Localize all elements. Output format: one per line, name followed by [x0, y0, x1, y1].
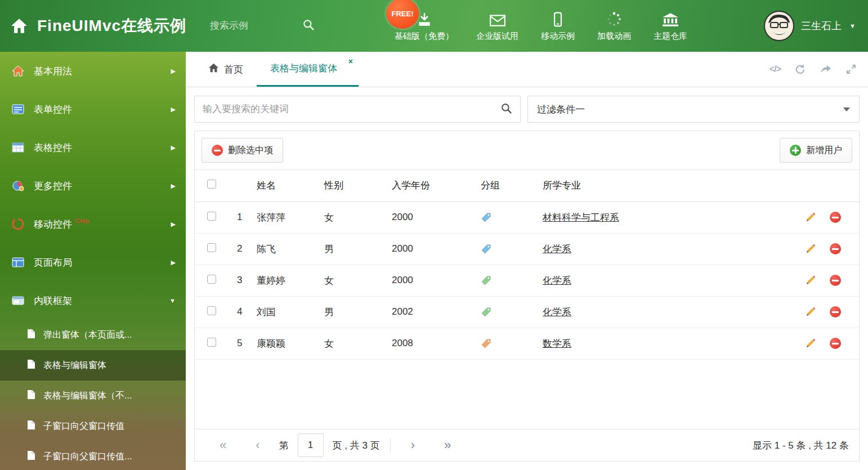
sidebar-item-iframe[interactable]: 内联框架 ▼ — [0, 281, 186, 320]
search-icon[interactable] — [302, 19, 315, 33]
row-checkbox[interactable] — [207, 275, 216, 284]
page-number-input[interactable] — [298, 433, 324, 457]
sidebar-item-label: 更多控件 — [34, 180, 72, 193]
row-checkbox[interactable] — [207, 338, 216, 347]
sidebar-subitem-child-to-parent[interactable]: 子窗口向父窗口传值 — [0, 411, 186, 441]
delete-selected-label: 删除选中项 — [228, 145, 273, 156]
edit-pencil-icon[interactable] — [805, 275, 816, 286]
delete-row-icon[interactable] — [830, 275, 841, 286]
page-icon — [27, 359, 35, 371]
top-nav-item-enterprise-trial[interactable]: 企业版试用 — [476, 10, 518, 42]
chevron-down-icon — [843, 108, 850, 111]
app-window: FineUIMvc在线示例 FREE! 基础版（免费） 企业版试用 — [0, 0, 868, 470]
select-all-checkbox[interactable] — [207, 180, 216, 189]
major-link[interactable]: 化学系 — [543, 275, 571, 286]
page-icon — [27, 390, 35, 402]
major-link[interactable]: 化学系 — [543, 307, 571, 317]
major-link[interactable]: 材料科学与工程系 — [543, 212, 619, 223]
col-header-actions — [797, 170, 859, 202]
major-link[interactable]: 数学系 — [543, 338, 571, 349]
top-nav-item-theme-repo[interactable]: 主题仓库 — [654, 10, 687, 42]
sidebar-item-form-controls[interactable]: 表单控件 ▶ — [0, 90, 186, 128]
search-icon[interactable] — [500, 102, 512, 117]
row-checkbox[interactable] — [207, 306, 216, 315]
cell-name: 陈飞 — [249, 233, 316, 265]
sidebar-subitem-grid-edit-window[interactable]: 表格与编辑窗体 — [0, 350, 186, 381]
tab-home[interactable]: 首页 — [195, 52, 257, 87]
top-nav-label: 移动示例 — [541, 31, 575, 42]
col-header-year: 入学年份 — [384, 170, 473, 202]
sidebar-subitem-popup-window[interactable]: 弹出窗体（本页面或... — [0, 320, 186, 350]
sidebar-item-label: 基本用法 — [34, 65, 72, 78]
avatar — [764, 11, 794, 41]
layout-icon — [11, 256, 25, 269]
filter-dropdown[interactable]: 过滤条件一 — [527, 96, 860, 123]
edit-pencil-icon[interactable] — [805, 243, 816, 254]
share-forward-icon[interactable] — [820, 64, 832, 75]
plus-circle-icon — [790, 145, 801, 156]
top-search-input[interactable] — [210, 20, 294, 32]
cell-year: 2002 — [384, 296, 473, 328]
filter-row: 过滤条件一 — [194, 96, 860, 123]
top-header: FineUIMvc在线示例 FREE! 基础版（免费） 企业版试用 — [0, 0, 868, 52]
edit-pencil-icon[interactable] — [805, 306, 816, 317]
edit-pencil-icon[interactable] — [805, 338, 816, 349]
table-row: 1 张萍萍 女 2000 材料科学与工程系 — [195, 202, 859, 233]
sidebar-item-basic-usage[interactable]: 基本用法 ▶ — [0, 52, 186, 90]
top-nav-item-mobile-demo[interactable]: 移动示例 — [541, 10, 575, 42]
sidebar-subitem-grid-edit-window-alt[interactable]: 表格与编辑窗体（不... — [0, 381, 186, 411]
spinner-icon — [606, 10, 622, 27]
row-checkbox[interactable] — [207, 212, 216, 221]
next-page-button[interactable]: › — [396, 438, 429, 453]
user-area[interactable]: 三生石上 ▼ — [764, 11, 856, 41]
sidebar-subitem-label: 表格与编辑窗体（不... — [43, 390, 132, 402]
delete-row-icon[interactable] — [830, 212, 841, 223]
major-link[interactable]: 化学系 — [543, 244, 571, 254]
cell-name: 康颖颖 — [249, 328, 316, 359]
source-code-icon[interactable]: </> — [769, 64, 781, 74]
cell-gender: 女 — [316, 265, 384, 296]
sidebar-item-page-layout[interactable]: 页面布局 ▶ — [0, 243, 186, 281]
tag-icon — [481, 338, 491, 349]
record-summary: 显示 1 - 5 条 , 共 12 条 — [753, 439, 849, 452]
delete-selected-button[interactable]: 删除选中项 — [202, 138, 283, 163]
refresh-icon[interactable] — [794, 64, 806, 75]
table-icon — [11, 141, 25, 154]
delete-row-icon[interactable] — [830, 338, 841, 349]
bank-icon — [662, 10, 679, 27]
chevron-right-icon: ▶ — [171, 68, 176, 75]
keyword-search-input[interactable] — [203, 104, 500, 115]
prev-page-button[interactable]: ‹ — [241, 438, 274, 453]
fullscreen-icon[interactable] — [845, 64, 857, 75]
top-nav-label: 基础版（免费） — [395, 31, 454, 42]
first-page-button[interactable]: « — [205, 438, 241, 453]
top-nav: 基础版（免费） 企业版试用 移动示例 — [395, 10, 687, 42]
sidebar-item-more-controls[interactable]: 更多控件 ▶ — [0, 167, 186, 205]
top-nav-item-loading-animation[interactable]: 加载动画 — [597, 10, 631, 42]
envelope-icon — [489, 10, 506, 27]
sidebar-item-label: 移动控件 — [34, 218, 72, 231]
sidebar-subitem-child-to-parent-alt[interactable]: 子窗口向父窗口传值... — [0, 441, 186, 470]
tab-grid-edit-window[interactable]: 表格与编辑窗体 × — [257, 52, 359, 87]
form-icon — [11, 102, 25, 116]
edit-pencil-icon[interactable] — [805, 212, 816, 223]
close-icon[interactable]: × — [348, 57, 353, 66]
tag-icon — [481, 212, 491, 223]
last-page-button[interactable]: » — [429, 438, 466, 453]
delete-row-icon[interactable] — [830, 306, 841, 317]
top-nav-label: 加载动画 — [597, 31, 631, 42]
pager-divider — [390, 438, 391, 453]
sidebar-item-grid-controls[interactable]: 表格控件 ▶ — [0, 128, 186, 167]
content-body: 过滤条件一 删除选中项 新增用户 — [186, 87, 868, 470]
cell-gender: 男 — [316, 296, 384, 328]
row-checkbox[interactable] — [207, 243, 216, 252]
cell-year: 2000 — [384, 265, 473, 296]
cell-gender: 男 — [316, 233, 384, 265]
add-user-button[interactable]: 新增用户 — [780, 138, 852, 163]
sidebar-item-label: 表格控件 — [34, 141, 72, 154]
home-icon — [11, 64, 25, 78]
sidebar-item-mobile-controls[interactable]: 移动控件 Corp. ▶ — [0, 205, 186, 243]
home-icon[interactable] — [10, 18, 28, 34]
delete-row-icon[interactable] — [830, 243, 841, 254]
chevron-right-icon: ▶ — [171, 221, 176, 228]
